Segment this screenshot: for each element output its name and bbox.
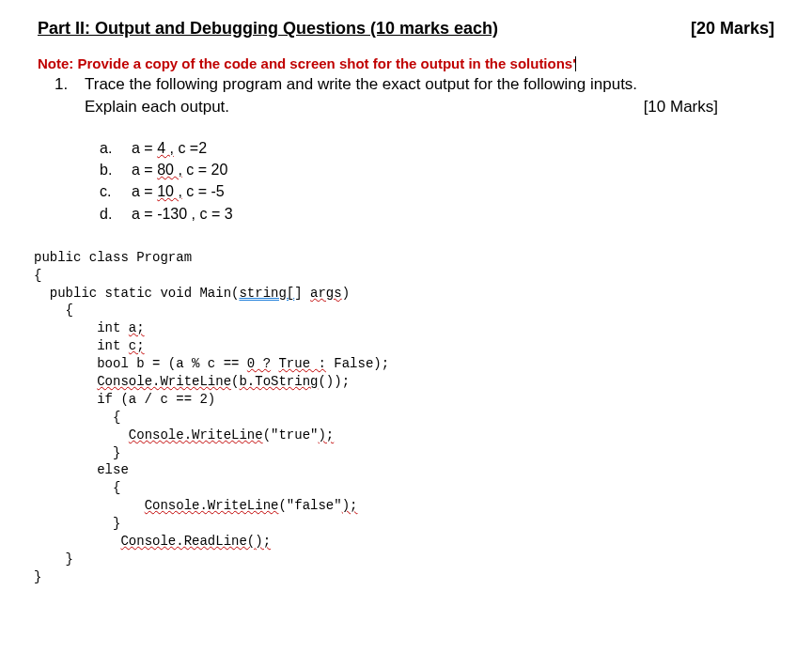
option-text-a: a = 4 , c =2	[132, 137, 207, 159]
question-text: Trace the following program and write th…	[85, 75, 637, 94]
option-label-a: a.	[100, 137, 117, 159]
question-row-2: Explain each output. [10 Marks]	[85, 98, 774, 117]
option-a: a. a = 4 , c =2	[100, 137, 774, 159]
total-marks: [20 Marks]	[691, 19, 774, 39]
question-marks: [10 Marks]	[644, 98, 718, 117]
text-cursor	[575, 56, 576, 71]
header-row: Part II: Output and Debugging Questions …	[38, 19, 774, 39]
option-text-b: a = 80 , c = 20	[132, 159, 227, 180]
question-number: 1.	[55, 75, 71, 94]
code-block: public class Program { public static voi…	[34, 249, 774, 586]
question-explain: Explain each output.	[85, 98, 229, 117]
question-row: 1. Trace the following program and write…	[55, 75, 774, 94]
option-text-d: a = -130 , c = 3	[132, 203, 233, 225]
option-d: d. a = -130 , c = 3	[100, 203, 774, 225]
note-content: Note: Provide a copy of the code and scr…	[38, 55, 576, 71]
options-list: a. a = 4 , c =2 b. a = 80 , c = 20 c. a …	[100, 137, 774, 225]
option-text-c: a = 10 , c = -5	[132, 180, 225, 202]
option-label-b: b.	[100, 159, 117, 180]
option-c: c. a = 10 , c = -5	[100, 180, 774, 202]
option-label-d: d.	[100, 203, 117, 225]
option-b: b. a = 80 , c = 20	[100, 159, 774, 180]
part-title: Part II: Output and Debugging Questions …	[38, 19, 498, 39]
option-label-c: c.	[100, 180, 117, 202]
note-text: Note: Provide a copy of the code and scr…	[38, 55, 774, 71]
